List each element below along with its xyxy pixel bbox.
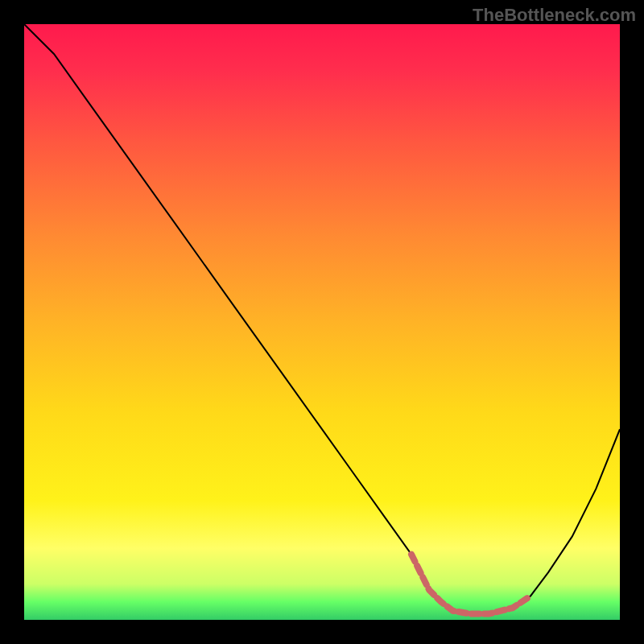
chart-svg: [24, 24, 620, 620]
gradient-background: [24, 24, 620, 620]
chart-container: [24, 24, 620, 620]
watermark-text: TheBottleneck.com: [473, 5, 636, 26]
